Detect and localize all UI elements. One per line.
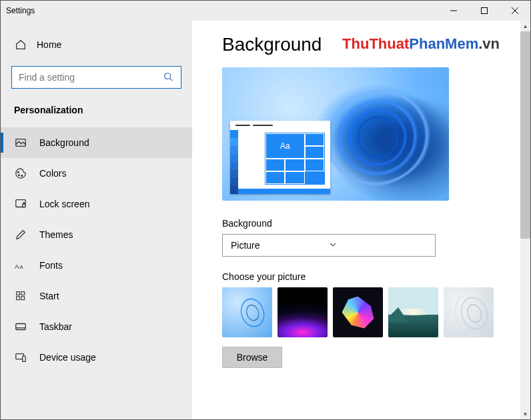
minimize-button[interactable] bbox=[438, 1, 469, 21]
window-title: Settings bbox=[6, 6, 35, 15]
svg-line-5 bbox=[170, 79, 173, 81]
taskbar-icon bbox=[14, 320, 27, 333]
background-field-label: Background bbox=[222, 218, 494, 229]
device-usage-icon bbox=[14, 351, 27, 364]
nav-colors[interactable]: Colors bbox=[1, 158, 192, 189]
fonts-icon: AA bbox=[14, 259, 27, 272]
nav-label: Fonts bbox=[39, 260, 63, 271]
nav-themes[interactable]: Themes bbox=[1, 219, 192, 250]
svg-text:A: A bbox=[15, 263, 19, 270]
watermark-part2: PhanMem bbox=[409, 35, 478, 52]
svg-rect-1 bbox=[482, 8, 488, 14]
svg-rect-14 bbox=[17, 292, 20, 295]
nav-taskbar[interactable]: Taskbar bbox=[1, 311, 192, 342]
scroll-up-icon[interactable]: ▲ bbox=[520, 21, 530, 31]
preview-sample-text: Aa bbox=[266, 134, 304, 158]
svg-point-7 bbox=[18, 171, 19, 173]
preview-window-mock: Aa bbox=[230, 121, 330, 194]
search-icon bbox=[163, 72, 174, 83]
home-nav[interactable]: Home bbox=[1, 31, 192, 58]
category-header: Personalization bbox=[1, 101, 192, 127]
dropdown-value: Picture bbox=[231, 240, 329, 251]
search-input[interactable] bbox=[19, 72, 163, 83]
svg-point-9 bbox=[21, 175, 23, 177]
svg-point-8 bbox=[18, 175, 19, 176]
pencil-icon bbox=[14, 228, 27, 241]
picture-icon bbox=[14, 136, 27, 149]
nav-label: Colors bbox=[39, 168, 66, 179]
picture-thumb-bloom-gray[interactable] bbox=[444, 287, 494, 337]
nav-label: Themes bbox=[39, 229, 73, 240]
nav-label: Taskbar bbox=[39, 321, 72, 332]
watermark-part3: .vn bbox=[478, 35, 500, 52]
svg-rect-17 bbox=[21, 297, 25, 300]
main-panel: Background bbox=[192, 21, 530, 419]
search-box[interactable] bbox=[11, 66, 181, 89]
sidebar: Home Personalization Background Colors L… bbox=[1, 21, 192, 419]
nav-fonts[interactable]: AA Fonts bbox=[1, 250, 192, 281]
nav-background[interactable]: Background bbox=[1, 127, 192, 158]
background-preview: Aa bbox=[222, 67, 449, 201]
nav-lock-screen[interactable]: Lock screen bbox=[1, 189, 192, 219]
watermark-part1: ThuThuat bbox=[342, 35, 409, 52]
background-type-dropdown[interactable]: Picture bbox=[222, 234, 436, 257]
chevron-down-icon bbox=[329, 240, 427, 251]
browse-button[interactable]: Browse bbox=[222, 347, 282, 368]
scroll-down-icon[interactable]: ▼ bbox=[520, 409, 530, 419]
nav-label: Device usage bbox=[39, 352, 96, 363]
close-button[interactable] bbox=[500, 1, 530, 21]
svg-rect-16 bbox=[17, 297, 20, 300]
nav-start[interactable]: Start bbox=[1, 281, 192, 311]
picture-thumb-bloom-blue[interactable] bbox=[222, 287, 272, 337]
nav-label: Start bbox=[39, 291, 59, 301]
lock-screen-icon bbox=[14, 197, 27, 211]
window-controls bbox=[438, 1, 530, 21]
svg-rect-21 bbox=[23, 356, 26, 361]
scroll-thumb[interactable] bbox=[520, 31, 530, 239]
vertical-scrollbar[interactable]: ▲ ▼ bbox=[520, 21, 530, 419]
scroll-track[interactable] bbox=[520, 31, 530, 409]
picture-thumb-glow-purple[interactable] bbox=[278, 287, 328, 337]
watermark: ThuThuatPhanMem.vn bbox=[342, 35, 500, 53]
picture-thumb-abstract-flower[interactable] bbox=[333, 287, 383, 337]
svg-rect-18 bbox=[16, 324, 25, 330]
home-icon bbox=[14, 38, 27, 51]
picture-thumbnails bbox=[222, 287, 494, 337]
svg-text:A: A bbox=[19, 264, 23, 270]
nav-list: Background Colors Lock screen Themes AA … bbox=[1, 127, 192, 373]
palette-icon bbox=[14, 167, 27, 180]
choose-picture-label: Choose your picture bbox=[222, 271, 494, 282]
home-label: Home bbox=[37, 39, 61, 50]
picture-thumb-lake-sunset[interactable] bbox=[388, 287, 438, 337]
svg-rect-15 bbox=[21, 292, 25, 295]
nav-device-usage[interactable]: Device usage bbox=[1, 342, 192, 373]
maximize-button[interactable] bbox=[469, 1, 500, 21]
titlebar: Settings bbox=[1, 1, 530, 21]
start-icon bbox=[14, 289, 27, 303]
nav-label: Lock screen bbox=[39, 199, 89, 209]
svg-point-4 bbox=[165, 73, 171, 79]
nav-label: Background bbox=[39, 137, 89, 148]
svg-rect-11 bbox=[23, 204, 26, 207]
